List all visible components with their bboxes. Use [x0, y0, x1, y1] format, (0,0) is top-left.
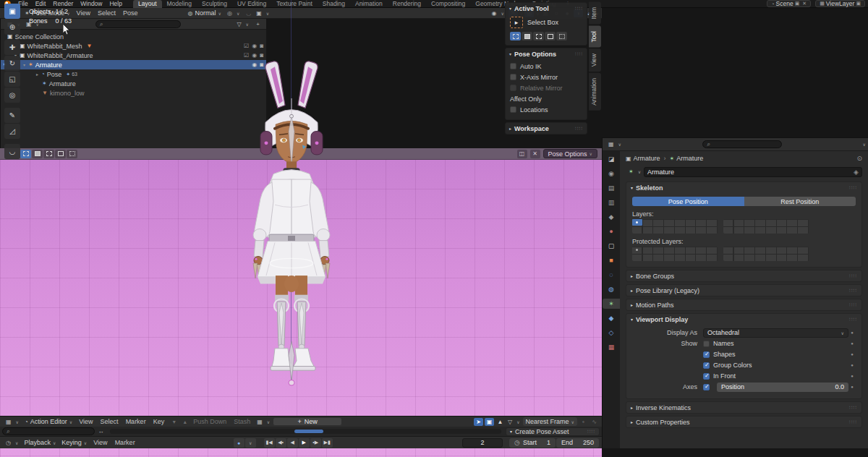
select-mode-set-button[interactable] — [20, 150, 31, 158]
menu-edit[interactable]: Edit — [32, 0, 50, 7]
breadcrumb-data[interactable]: Armature — [676, 155, 703, 162]
object-type-visibility-button[interactable]: ◉ ∨ — [488, 9, 506, 17]
menu-dopesheet-select[interactable]: Select — [97, 418, 122, 425]
dopesheet-mode-dropdown[interactable]: ◔ Action Editor ∨ — [22, 417, 75, 426]
current-frame-field[interactable]: 2 — [462, 438, 503, 448]
snap-toggle[interactable]: ◡ — [244, 9, 253, 17]
protected-layers-grid-right[interactable] — [723, 247, 809, 261]
viewport-3d[interactable]: Objects 1 / 2 Bones 0 / 63 ▣ ⊕ ✚ ↻ ◱ ◎ ✎… — [0, 160, 602, 457]
custom-properties-panel-header[interactable]: ▸ Custom Properties ∷∷ — [626, 417, 861, 427]
armature-name-input[interactable]: Armature ◈ — [644, 167, 862, 177]
new-view-layer-icon[interactable]: ▣ — [856, 1, 861, 7]
new-collection-button[interactable]: + — [253, 20, 263, 28]
animate-decorator[interactable]: ● — [848, 374, 856, 378]
menu-dopesheet-marker[interactable]: Marker — [122, 418, 150, 425]
action-browse-button[interactable]: ▦∨ — [254, 418, 273, 426]
expand-channels-icon[interactable]: ↔ — [96, 427, 106, 435]
select-mode-invert-button[interactable] — [55, 150, 66, 158]
armature-layers-grid-left[interactable] — [632, 219, 718, 234]
pivot-point-selector[interactable]: ◎ ∨ — [224, 9, 242, 17]
pin-icon[interactable]: ⊙ — [856, 155, 862, 162]
rest-position-button[interactable]: Rest Position — [744, 197, 856, 206]
unlink-scene-icon[interactable]: ✕ — [802, 1, 807, 7]
inverse-kinematics-panel-header[interactable]: ▸ Inverse Kinematics ∷∷ — [626, 402, 861, 413]
show-hidden-toggle[interactable]: ▣ — [485, 418, 494, 426]
view-layer-selector[interactable]: ▦ ViewLayer ▣ — [815, 0, 865, 7]
only-errors-toggle[interactable]: ▲ — [495, 418, 505, 426]
menu-window[interactable]: Window — [77, 0, 106, 7]
playback-dropdown[interactable]: Playback∨ — [21, 438, 59, 447]
menu-timeline-view[interactable]: View — [90, 439, 111, 446]
scrollbar-thumb[interactable] — [294, 430, 323, 433]
menu-viewport-select[interactable]: Select — [94, 9, 119, 17]
auto-keying-dropdown[interactable]: ∨ — [245, 438, 256, 448]
workspace-tab-modeling[interactable]: Modeling — [162, 0, 197, 8]
push-down-button[interactable]: Push Down — [190, 418, 230, 425]
in-front-checkbox[interactable] — [703, 373, 710, 380]
axes-checkbox[interactable] — [703, 384, 710, 390]
animate-decorator[interactable]: ● — [848, 363, 856, 367]
armature-layers-grid-right[interactable] — [723, 219, 809, 234]
workspace-tab-uv-editing[interactable]: UV Editing — [232, 0, 271, 8]
bone-groups-panel-header[interactable]: ▸ Bone Groups ∷∷ — [626, 270, 861, 281]
new-scene-icon[interactable]: ▣ — [795, 1, 800, 7]
pose-library-panel-header[interactable]: ▸ Pose Library (Legacy) ∷∷ — [626, 285, 861, 296]
snap-target-selector[interactable]: ▣ ∨ — [253, 9, 272, 17]
close-tool-region-button[interactable]: ✕ — [530, 150, 540, 158]
jump-to-end-button[interactable]: ▶▮ — [322, 438, 333, 448]
display-as-dropdown[interactable]: Octahedral ∨ — [703, 328, 848, 338]
motion-paths-panel-header[interactable]: ▸ Motion Paths ∷∷ — [626, 299, 861, 310]
show-group-colors-option[interactable]: Group Colors — [703, 362, 848, 369]
create-pose-asset-panel[interactable]: ▾ Create Pose Asset ∷∷ — [506, 427, 600, 436]
proportional-edit-toggle[interactable]: ◦ — [579, 418, 588, 426]
expand-icon[interactable]: ▸ — [34, 72, 41, 77]
armature-id-icon-button[interactable]: ✶∨ — [626, 168, 644, 176]
frame-end-field[interactable]: End 250 — [556, 438, 599, 448]
frame-start-field[interactable]: ◷ Start 1 — [509, 438, 556, 448]
play-reverse-button[interactable]: ◀ — [287, 438, 298, 448]
workspace-tab-sculpting[interactable]: Sculpting — [197, 0, 232, 8]
workspace-tab-shading[interactable]: Shading — [318, 0, 350, 8]
workspace-tab-texture-paint[interactable]: Texture Paint — [271, 0, 318, 8]
tab-texture-properties[interactable]: ▦ — [603, 342, 620, 352]
fake-user-shield-icon[interactable]: ◈ — [854, 168, 859, 176]
menu-help[interactable]: Help — [106, 0, 125, 7]
workspace-tab-rendering[interactable]: Rendering — [388, 0, 426, 8]
properties-editor-type-button[interactable]: ▦∨ — [605, 140, 624, 148]
show-in-front-option[interactable]: In Front — [703, 372, 848, 380]
transform-orientation-selector[interactable]: ◍ Normal ∨ — [185, 9, 224, 17]
animate-decorator[interactable]: ● — [848, 330, 856, 335]
tab-object-data-properties[interactable]: ✶ — [603, 299, 620, 309]
auto-keying-toggle[interactable]: ● — [234, 438, 244, 448]
tab-view-layer-properties[interactable]: ▥ — [603, 197, 620, 208]
collapse-icon[interactable]: ▾ — [21, 62, 27, 67]
properties-options-dropdown[interactable]: ∨ — [863, 142, 866, 147]
show-names-option[interactable]: Names — [703, 340, 848, 347]
new-action-button[interactable]: +New — [273, 417, 342, 426]
tab-bone-constraints-properties[interactable]: ◇ — [603, 328, 620, 338]
timeline-editor-type-button[interactable]: ◷∨ — [3, 439, 21, 447]
dopesheet-filter-button[interactable]: ▽∨ — [505, 418, 523, 426]
next-keyframe-button[interactable]: •▶ — [310, 438, 321, 448]
workspace-tab-compositing[interactable]: Compositing — [426, 0, 470, 8]
axes-position-slider[interactable]: Position 0.0 — [717, 383, 848, 392]
menu-timeline-marker[interactable]: Marker — [111, 439, 139, 446]
properties-search-input[interactable]: ⌕ — [702, 140, 782, 148]
skeleton-panel-header[interactable]: ▾ Skeleton ∷∷ — [626, 182, 861, 193]
stash-button[interactable]: Stash — [230, 418, 254, 425]
group-colors-checkbox[interactable] — [703, 362, 710, 369]
channel-search-input[interactable]: ⌕ — [2, 427, 95, 435]
snap-dropdown[interactable]: Nearest Frame∨ — [523, 417, 577, 426]
dopesheet-editor-type-button[interactable]: ▦∨ — [3, 418, 22, 426]
shapes-checkbox[interactable] — [703, 351, 710, 358]
tab-scene-properties[interactable]: ◆ — [603, 212, 620, 222]
action-up-button[interactable]: ▴ — [180, 418, 190, 426]
menu-dopesheet-key[interactable]: Key — [150, 418, 169, 425]
animate-decorator[interactable]: ● — [848, 352, 856, 356]
show-shapes-option[interactable]: Shapes — [703, 351, 848, 358]
workspace-tab-layout[interactable]: Layout — [133, 0, 162, 8]
play-button[interactable]: ▶ — [299, 438, 310, 448]
workspace-tab-animation[interactable]: Animation — [350, 0, 388, 8]
tab-object-properties[interactable]: ■ — [603, 255, 620, 265]
select-mode-subtract-button[interactable] — [43, 150, 54, 158]
